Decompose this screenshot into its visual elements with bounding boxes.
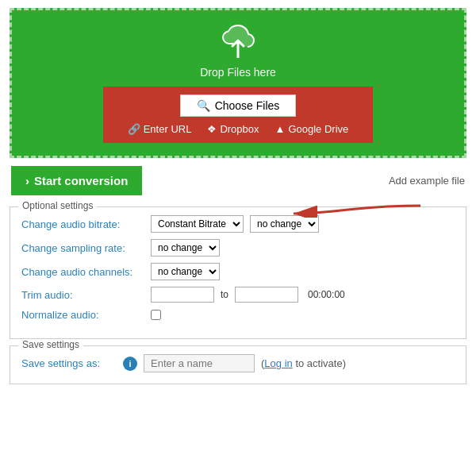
trim-start-input[interactable] (151, 287, 214, 303)
choose-files-button[interactable]: 🔍 Choose Files (180, 94, 297, 117)
trim-end-input[interactable] (235, 287, 298, 303)
chevron-right-icon: › (25, 174, 29, 187)
upload-icon (219, 25, 257, 63)
red-arrow-icon (286, 194, 428, 218)
login-link[interactable]: Log in (264, 357, 292, 369)
save-settings-title: Save settings (18, 339, 83, 350)
source-links: 🔗 Enter URL ❖ Dropbox ▲ Google Drive (128, 123, 349, 135)
login-prompt-text: (Log in to activate) (261, 357, 346, 369)
audio-bitrate-row: Change audio bitrate: Constant Bitrate V… (21, 215, 455, 233)
trim-to-label: to (221, 289, 228, 300)
bitrate-mode-select[interactable]: Constant Bitrate Variable Bitrate (151, 215, 244, 233)
save-name-input[interactable] (144, 354, 255, 372)
trim-time-display: 00:00:00 (308, 289, 345, 300)
optional-settings-title: Optional settings (18, 200, 97, 211)
search-icon: 🔍 (197, 99, 210, 112)
audio-channels-select[interactable]: no change Mono Stereo (151, 263, 220, 280)
optional-settings-section: Optional settings Change audio bitrate: … (10, 206, 466, 339)
add-example-link[interactable]: Add example file (389, 175, 465, 187)
save-settings-section: Save settings Save settings as: i (Log i… (10, 345, 466, 384)
normalize-audio-label: Normalize audio: (21, 309, 144, 321)
info-icon: i (123, 357, 137, 371)
google-drive-link[interactable]: ▲ Google Drive (275, 123, 349, 135)
drop-zone[interactable]: Drop Files here 🔍 Choose Files 🔗 Enter U… (10, 8, 466, 158)
trim-audio-label: Trim audio: (21, 289, 144, 301)
sampling-rate-row: Change sampling rate: no change 8000 Hz … (21, 239, 455, 256)
link-icon: 🔗 (128, 123, 140, 135)
normalize-checkbox[interactable] (151, 310, 161, 320)
start-conversion-button[interactable]: › Start conversion (11, 166, 142, 195)
dropbox-icon: ❖ (207, 123, 217, 135)
gdrive-icon: ▲ (275, 123, 286, 135)
sampling-rate-label: Change sampling rate: (21, 242, 144, 254)
normalize-audio-row: Normalize audio: (21, 309, 455, 321)
sampling-rate-select[interactable]: no change 8000 Hz 11025 Hz 22050 Hz 4410… (151, 239, 220, 256)
audio-channels-row: Change audio channels: no change Mono St… (21, 263, 455, 280)
audio-bitrate-label: Change audio bitrate: (21, 218, 144, 230)
audio-channels-label: Change audio channels: (21, 266, 144, 278)
trim-audio-row: Trim audio: to 00:00:00 (21, 287, 455, 303)
dropbox-link[interactable]: ❖ Dropbox (207, 123, 259, 135)
drop-text: Drop Files here (200, 66, 276, 79)
choose-files-box: 🔍 Choose Files 🔗 Enter URL ❖ Dropbox ▲ G… (103, 87, 373, 143)
enter-url-link[interactable]: 🔗 Enter URL (128, 123, 192, 135)
save-settings-label: Save settings as: (21, 357, 117, 369)
bitrate-value-select[interactable]: no change 32 kbps 64 kbps 128 kbps 192 k… (250, 215, 319, 233)
save-settings-row: Save settings as: i (Log in to activate) (21, 354, 455, 372)
